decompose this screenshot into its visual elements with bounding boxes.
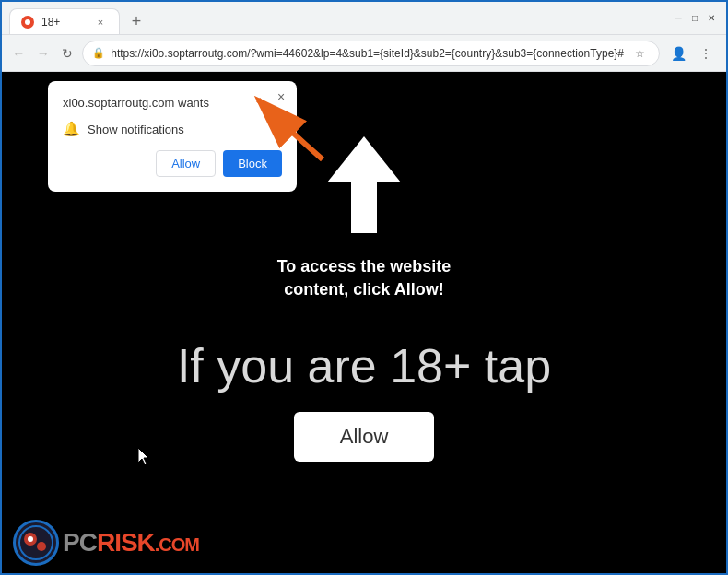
nav-actions: 👤 ⋮ (665, 41, 719, 66)
forward-button[interactable]: → (33, 41, 52, 66)
popup-close-button[interactable]: × (273, 88, 289, 105)
url-text: https://xi0o.soptarroutg.com/?wmi=44602&… (111, 47, 624, 60)
profile-button[interactable]: 👤 (665, 41, 691, 66)
bell-icon: 🔔 (63, 121, 80, 137)
allow-cta-button[interactable]: Allow (294, 412, 435, 462)
popup-title: xi0o.soptarroutg.com wants (63, 96, 282, 110)
maximize-button[interactable]: □ (687, 11, 702, 26)
popup-notification-item: 🔔 Show notifications (63, 121, 282, 137)
tab-favicon (21, 16, 34, 29)
new-tab-button[interactable]: + (123, 8, 149, 34)
window-controls: ─ □ ✕ (671, 11, 719, 26)
address-actions: ☆ (629, 43, 650, 64)
block-button[interactable]: Block (223, 150, 282, 177)
bookmark-button[interactable]: ☆ (629, 43, 650, 64)
svg-point-4 (37, 542, 46, 551)
title-bar: 18+ × + ─ □ ✕ (2, 2, 726, 35)
tab-area: 18+ × + (9, 2, 671, 34)
mouse-cursor (138, 448, 149, 464)
pcrisk-watermark: PCRISK.COM (2, 512, 210, 573)
pcrisk-text: PCRISK.COM (63, 528, 199, 557)
browser-window: 18+ × + ─ □ ✕ ← → ↻ 🔒 https://xi0o.sopta… (0, 0, 728, 575)
up-arrow-graphic (336, 136, 392, 233)
reload-button[interactable]: ↻ (58, 41, 76, 66)
tab-title: 18+ (41, 16, 60, 29)
minimize-button[interactable]: ─ (671, 11, 686, 26)
arrow-stem (351, 182, 377, 233)
close-button[interactable]: ✕ (704, 11, 719, 26)
menu-button[interactable]: ⋮ (693, 41, 719, 66)
svg-point-2 (19, 526, 53, 559)
active-tab[interactable]: 18+ × (9, 8, 120, 34)
svg-marker-1 (138, 448, 148, 464)
page-content: × xi0o.soptarroutg.com wants 🔔 Show noti… (2, 72, 726, 573)
allow-button[interactable]: Allow (156, 150, 216, 177)
arrow-head (327, 136, 401, 182)
age-text: If you are 18+ tap (177, 338, 551, 393)
nav-bar: ← → ↻ 🔒 https://xi0o.soptarroutg.com/?wm… (2, 35, 726, 72)
pcrisk-logo (13, 520, 59, 566)
svg-point-5 (28, 536, 33, 542)
notification-label: Show notifications (88, 123, 184, 136)
popup-buttons: Allow Block (63, 150, 282, 177)
address-bar[interactable]: 🔒 https://xi0o.soptarroutg.com/?wmi=4460… (82, 41, 660, 66)
back-button[interactable]: ← (9, 41, 28, 66)
lock-icon: 🔒 (92, 47, 105, 59)
notification-popup: × xi0o.soptarroutg.com wants 🔔 Show noti… (48, 81, 297, 192)
click-allow-text: To access the websitecontent, click Allo… (277, 255, 452, 301)
tab-close-button[interactable]: × (93, 15, 108, 29)
